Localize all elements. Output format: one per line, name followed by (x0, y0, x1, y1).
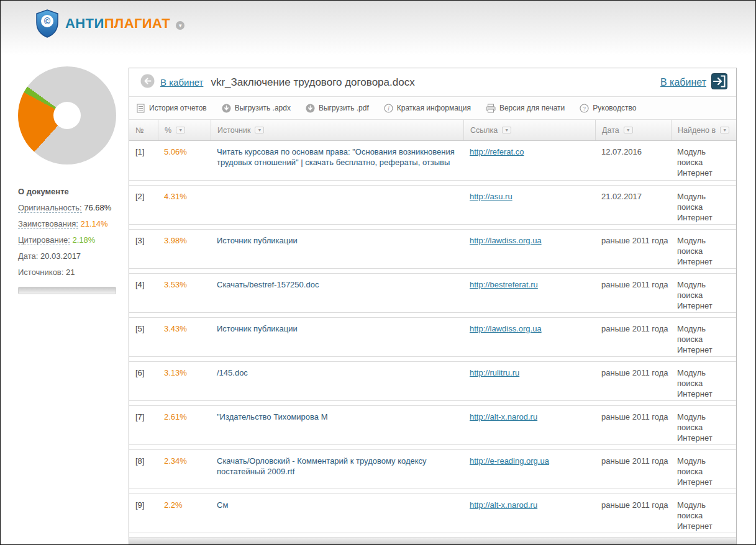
report-titlebar: В кабинет vkr_Заключение трудового догов… (129, 68, 736, 97)
back-arrow-icon[interactable] (140, 74, 155, 91)
cell-date: 21.02.2017 (595, 192, 671, 224)
row-percent: 2.34% (164, 456, 187, 466)
report-toolbar: История отчетов Выгрузить .apdx Выгрузит… (129, 97, 736, 120)
cell-date: 12.07.2016 (595, 147, 671, 180)
row-date: раньше 2011 года (601, 324, 668, 333)
row-link[interactable]: http://alt-x.narod.ru (470, 500, 537, 510)
cabinet-link-left[interactable]: В кабинет (160, 77, 203, 88)
table-row: [9]2.2%Смhttp://alt-x.narod.ruраньше 201… (129, 493, 736, 533)
cell-found: Модуль поиска Интернет (671, 324, 736, 356)
exit-to-cabinet-icon[interactable] (711, 73, 727, 92)
cell-src: См (211, 500, 463, 533)
cell-date: раньше 2011 года (595, 412, 671, 444)
toolbar-brief-info[interactable]: i Краткая информация (384, 104, 471, 113)
row-link[interactable]: http://e-reading.org.ua (470, 456, 549, 466)
cited-value: 2.18% (72, 235, 95, 245)
row-date: раньше 2011 года (601, 236, 668, 245)
cell-date: раньше 2011 года (595, 280, 671, 312)
shield-logo-icon: © (35, 9, 60, 38)
info-cited: Цитирование: 2.18% (18, 235, 119, 245)
row-source: См (217, 500, 228, 510)
cell-num: [1] (129, 147, 158, 180)
info-sources: Источников: 21 (18, 268, 119, 277)
sort-arrow-icon[interactable]: ▼ (255, 127, 264, 133)
column-header-percent[interactable]: % ▼ (158, 120, 211, 140)
cell-date: раньше 2011 года (595, 236, 671, 268)
column-header-source[interactable]: Источник ▼ (211, 120, 463, 140)
toolbar-label: Руководство (593, 104, 636, 112)
row-number: [6] (135, 368, 144, 377)
column-header-link[interactable]: Ссылка ▼ (463, 120, 595, 140)
sort-arrow-icon[interactable]: ▼ (624, 127, 633, 133)
sources-label: Источников: (18, 268, 63, 277)
cell-num: [3] (129, 236, 158, 268)
cell-lnk: http://alt-x.narod.ru (463, 500, 595, 533)
cell-date: раньше 2011 года (595, 500, 671, 533)
column-header-date[interactable]: Дата ▼ (595, 120, 671, 140)
cell-pct: 3.98% (158, 236, 211, 268)
cell-num: [6] (129, 368, 158, 400)
svg-text:?: ? (583, 106, 586, 112)
toolbar-label: Выгрузить .apdx (235, 104, 291, 112)
sidebar-collapse-strip[interactable] (18, 287, 116, 294)
table-row: [8]2.34%Скачать/Орловский - Комментарий … (129, 449, 736, 489)
document-title: vkr_Заключение трудового договора.docx (211, 76, 414, 89)
toolbar-export-apdx[interactable]: Выгрузить .apdx (222, 104, 291, 113)
download-icon (222, 104, 231, 113)
sort-arrow-icon[interactable]: ▼ (720, 127, 729, 133)
column-header-number: № (129, 120, 158, 140)
cited-label[interactable]: Цитирование: (18, 235, 70, 245)
cell-pct: 5.06% (158, 147, 211, 180)
about-document-title: О документе (18, 187, 119, 196)
row-source: Источник публикации (217, 236, 298, 245)
horizontal-scrollbar[interactable] (129, 538, 736, 545)
cell-date: раньше 2011 года (595, 368, 671, 400)
row-link[interactable]: http://rulitru.ru (470, 368, 519, 377)
sort-arrow-icon[interactable]: ▼ (502, 127, 511, 133)
toolbar-label: Краткая информация (397, 104, 471, 112)
sort-arrow-icon[interactable]: ▼ (176, 127, 185, 133)
row-link[interactable]: http://asu.ru (470, 192, 512, 201)
cabinet-link-right[interactable]: В кабинет (660, 77, 706, 88)
logo-dropdown-icon[interactable]: ▼ (176, 21, 184, 30)
svg-text:©: © (44, 16, 51, 26)
cell-found: Модуль поиска Интернет (671, 368, 736, 400)
row-link[interactable]: http://alt-x.narod.ru (470, 412, 537, 421)
printer-icon (486, 104, 496, 113)
row-link[interactable]: http://bestreferat.ru (470, 280, 538, 289)
cell-pct: 3.13% (158, 368, 211, 400)
toolbar-export-pdf[interactable]: Выгрузить .pdf (306, 104, 369, 113)
cell-found: Модуль поиска Интернет (671, 500, 736, 533)
borrowed-label[interactable]: Заимствования: (18, 219, 78, 229)
row-source: /145.doc (217, 368, 248, 377)
column-label: № (135, 126, 143, 135)
table-row: [5]3.43%Источник публикацииhttp://lawdis… (129, 317, 736, 357)
row-source: "Издательство Тихомирова М (217, 412, 328, 421)
column-label: Ссылка (470, 126, 498, 135)
row-date: раньше 2011 года (601, 368, 668, 377)
originality-label[interactable]: Оригинальность: (18, 203, 82, 213)
row-link[interactable]: http://referat.co (470, 147, 524, 156)
toolbar-history-reports[interactable]: История отчетов (137, 104, 207, 113)
row-number: [5] (135, 324, 144, 333)
row-found-in: Модуль поиска Интернет (677, 500, 721, 532)
row-link[interactable]: http://lawdiss.org.ua (470, 236, 542, 245)
toolbar-label: Выгрузить .pdf (319, 104, 369, 112)
column-header-found-in[interactable]: Найдено в ▼ (671, 120, 736, 140)
logo-wordmark: АНТИПЛАГИАТ (65, 16, 170, 32)
cell-found: Модуль поиска Интернет (671, 280, 736, 312)
row-date: раньше 2011 года (601, 412, 668, 421)
cell-src: Читать курсовая по основам права: "Основ… (211, 147, 463, 180)
column-label: % (165, 126, 171, 135)
toolbar-label: История отчетов (149, 104, 207, 112)
row-source: Читать курсовая по основам права: "Основ… (217, 147, 455, 167)
table-row: [4]3.53%Скачать/bestref-157250.dochttp:/… (129, 273, 736, 313)
toolbar-guide[interactable]: ? Руководство (580, 104, 636, 113)
toolbar-print-version[interactable]: Версия для печати (486, 104, 565, 113)
row-link[interactable]: http://lawdiss.org.ua (470, 324, 542, 333)
row-percent: 3.43% (164, 324, 187, 333)
column-label: Найдено в (678, 126, 716, 135)
row-found-in: Модуль поиска Интернет (677, 368, 721, 400)
cell-num: [2] (129, 192, 158, 224)
cell-lnk: http://rulitru.ru (463, 368, 595, 400)
